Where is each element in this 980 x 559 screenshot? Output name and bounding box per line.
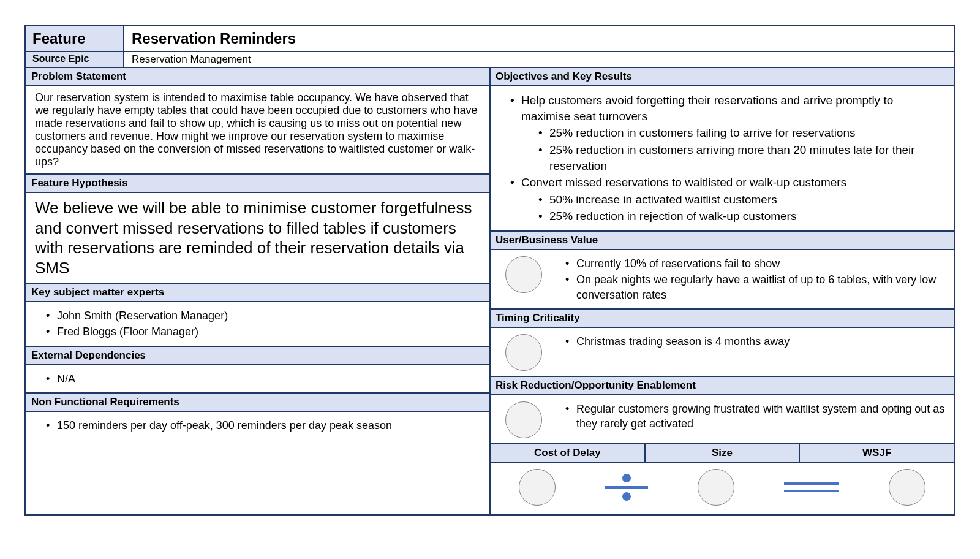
cod-value-circle <box>519 469 556 506</box>
ubv-item: Currently 10% of reservations fail to sh… <box>565 256 945 271</box>
external-deps-header: External Dependencies <box>26 346 490 365</box>
wsjf-calc: Cost of Delay Size WSJF <box>490 444 954 515</box>
wsjf-label: WSJF <box>799 444 954 462</box>
timing-item: Christmas trading season is 4 months awa… <box>565 334 945 349</box>
risk-score-circle <box>505 401 542 438</box>
okr-key-result: 25% reduction in customers failing to ar… <box>538 125 945 141</box>
left-column: Problem Statement Our reservation system… <box>26 67 490 515</box>
risk-header: Risk Reduction/Opportunity Enablement <box>490 376 954 395</box>
risk-body: Regular customers growing frustrated wit… <box>490 395 954 444</box>
timing-header: Timing Criticality <box>490 309 954 327</box>
external-deps-body: N/A <box>26 365 490 393</box>
source-epic-row: Source Epic Reservation Management <box>26 51 954 67</box>
sme-header: Key subject matter experts <box>26 283 490 302</box>
equals-icon <box>784 482 839 492</box>
right-column: Objectives and Key Results Help customer… <box>490 67 954 515</box>
ubv-body: Currently 10% of reservations fail to sh… <box>490 249 954 309</box>
divide-icon <box>605 474 648 501</box>
problem-statement-body: Our reservation system is intended to ma… <box>26 86 490 174</box>
okr-objective: Convert missed reservations to waitliste… <box>510 175 945 224</box>
nfr-header: Non Functional Requirements <box>26 393 490 411</box>
feature-label: Feature <box>26 26 124 51</box>
wsjf-value-circle <box>889 469 925 506</box>
sme-item: Fred Bloggs (Floor Manager) <box>46 324 481 339</box>
main-columns: Problem Statement Our reservation system… <box>26 67 954 515</box>
timing-body: Christmas trading season is 4 months awa… <box>490 327 954 376</box>
sme-item: John Smith (Reservation Manager) <box>46 308 481 323</box>
okr-header: Objectives and Key Results <box>490 67 954 86</box>
sme-body: John Smith (Reservation Manager) Fred Bl… <box>26 302 490 346</box>
okr-objective: Help customers avoid forgetting their re… <box>510 93 945 173</box>
ubv-header: User/Business Value <box>490 231 954 249</box>
cod-label: Cost of Delay <box>490 444 645 462</box>
okr-objective-text: Help customers avoid forgetting their re… <box>521 94 893 123</box>
feature-value: Reservation Reminders <box>124 26 954 51</box>
ubv-item: On peak nights we regularly have a waitl… <box>565 272 945 302</box>
size-label: Size <box>645 444 800 462</box>
source-epic-label: Source Epic <box>26 51 124 67</box>
okr-key-result: 25% reduction in rejection of walk-up cu… <box>538 208 945 224</box>
feature-hypothesis-header: Feature Hypothesis <box>26 174 490 192</box>
feature-row: Feature Reservation Reminders <box>26 26 954 51</box>
okr-objective-text: Convert missed reservations to waitliste… <box>521 176 846 189</box>
risk-item: Regular customers growing frustrated wit… <box>565 401 945 432</box>
problem-statement-header: Problem Statement <box>26 67 490 86</box>
source-epic-value: Reservation Management <box>124 51 954 67</box>
ubv-score-circle <box>505 256 542 293</box>
okr-key-result: 50% increase in activated waitlist custo… <box>538 192 945 208</box>
feature-canvas: Feature Reservation Reminders Source Epi… <box>24 25 956 516</box>
ext-dep-item: N/A <box>46 371 481 386</box>
nfr-item: 150 reminders per day off-peak, 300 remi… <box>46 418 481 433</box>
feature-hypothesis-body: We believe we will be able to minimise c… <box>26 192 490 283</box>
okr-key-result: 25% reduction in customers arriving more… <box>538 142 945 173</box>
timing-score-circle <box>505 334 542 371</box>
nfr-body: 150 reminders per day off-peak, 300 remi… <box>26 411 490 515</box>
okr-body: Help customers avoid forgetting their re… <box>490 86 954 231</box>
size-value-circle <box>698 469 734 506</box>
